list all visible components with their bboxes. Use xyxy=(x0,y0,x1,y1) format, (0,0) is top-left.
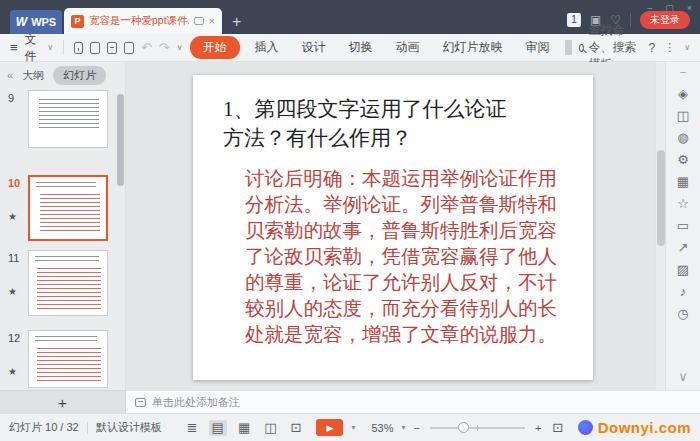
comment-bubble-icon[interactable] xyxy=(194,17,204,25)
ppt-file-icon: P xyxy=(71,15,84,28)
animation-star-icon[interactable]: ★ xyxy=(8,366,17,377)
tab-animations[interactable]: 动画 xyxy=(388,36,428,59)
panel-tabs: « 大纲 幻灯片 xyxy=(0,62,125,88)
tab-outline[interactable]: 大纲 xyxy=(22,68,44,83)
zoom-slider-thumb[interactable] xyxy=(458,422,469,433)
animation-star-icon[interactable]: ★ xyxy=(8,286,17,297)
zoom-in-button[interactable]: + xyxy=(535,422,541,434)
print-preview-icon[interactable] xyxy=(124,42,134,54)
thumbnail-row-10: 10 ★ xyxy=(0,175,125,241)
share-icon[interactable]: ↗ xyxy=(678,241,689,255)
slide-thumbnail-12[interactable] xyxy=(28,330,108,388)
save-icon[interactable] xyxy=(74,42,84,54)
reading-view-icon[interactable]: ◫ xyxy=(261,420,279,436)
new-tab-button[interactable]: + xyxy=(232,14,241,30)
timer-icon[interactable]: ◷ xyxy=(677,307,688,321)
material-tray-icon[interactable]: ▭ xyxy=(677,219,689,233)
chart-icon[interactable]: ▦ xyxy=(677,175,689,189)
file-menu[interactable]: 文件 xyxy=(25,31,41,65)
zoom-slider-tick xyxy=(477,425,478,431)
tab-design[interactable]: 设计 xyxy=(294,36,334,59)
document-tab[interactable]: P 宽容是一种爱ppt课件.pptx × xyxy=(64,8,222,34)
help-icon[interactable]: ? xyxy=(648,41,655,55)
tab-slides[interactable]: 幻灯片 xyxy=(53,66,106,85)
fit-screen-icon[interactable]: ⊡ xyxy=(549,420,566,436)
slide-number: 10 xyxy=(8,177,20,189)
ribbon-divider xyxy=(63,40,64,55)
kebab-menu-icon[interactable]: ⋮ xyxy=(664,41,675,54)
thumbnail-text-lines xyxy=(39,99,99,131)
ribbon-tab-scroll[interactable] xyxy=(565,40,572,55)
image-library-icon[interactable]: ▨ xyxy=(677,263,689,277)
slide-body-text[interactable]: 讨论后明确：本题运用举例论证作用 分析法。举例论证。列举普鲁斯特和 贝索勒的故事… xyxy=(245,166,583,348)
file-menu-caret-icon[interactable]: ∨ xyxy=(47,43,53,52)
notes-icon xyxy=(135,398,146,407)
play-options-caret-icon[interactable]: ▾ xyxy=(351,423,355,432)
current-slide[interactable]: 1、第四段文字运用了什么论证 方法？有什么作用？ 讨论后明确：本题运用举例论证作… xyxy=(193,75,593,380)
thumbnail-text-lines xyxy=(37,348,101,381)
tab-home[interactable]: 开始 xyxy=(190,36,240,59)
zoom-level[interactable]: 53% xyxy=(371,422,393,434)
thumbnail-title-lines xyxy=(36,182,96,190)
quickbar-more-icon[interactable]: ∨ xyxy=(177,43,183,52)
panel-handle-icon[interactable]: ‒ xyxy=(680,65,686,79)
hamburger-menu-icon[interactable]: ≡ xyxy=(10,40,18,55)
add-slide-plus-icon: + xyxy=(58,394,67,411)
slide-thumbnail-10-selected[interactable] xyxy=(28,175,108,241)
status-divider xyxy=(87,422,88,434)
status-bar: 幻灯片 10 / 32 默认设计模板 ≣ ▤ ▦ ◫ ⊡ ▶ ▾ 53% ▾ −… xyxy=(0,413,700,441)
slide-number: 11 xyxy=(8,252,19,264)
export-icon[interactable] xyxy=(90,42,100,54)
panel-collapse-icon[interactable]: « xyxy=(7,69,13,81)
slide-layout-icon[interactable]: ◫ xyxy=(677,109,689,123)
thumbnail-row-11: 11 ★ xyxy=(0,250,125,316)
notes-row: + 单击此处添加备注 xyxy=(0,390,700,413)
template-name[interactable]: 默认设计模板 xyxy=(96,420,162,435)
tab-insert[interactable]: 插入 xyxy=(247,36,287,59)
notes-bar[interactable]: 单击此处添加备注 xyxy=(126,390,700,413)
slide-number: 12 xyxy=(8,332,20,344)
slide-thumbnail-11[interactable] xyxy=(28,250,108,316)
slide-sorter-view-icon[interactable]: ▦ xyxy=(235,420,253,436)
shapes-icon[interactable]: ◍ xyxy=(677,131,688,145)
tab-slideshow[interactable]: 幻灯片放映 xyxy=(435,36,511,59)
play-slideshow-button[interactable]: ▶ xyxy=(316,419,343,436)
wps-logo-icon: W xyxy=(16,15,27,29)
tab-review[interactable]: 审阅 xyxy=(518,36,558,59)
zoom-slider[interactable] xyxy=(430,427,525,429)
zoom-out-button[interactable]: − xyxy=(413,422,419,434)
slide-number: 9 xyxy=(8,92,14,104)
slide-title-text[interactable]: 1、第四段文字运用了什么论证 方法？有什么作用？ xyxy=(223,95,568,153)
star-resource-icon[interactable]: ☆ xyxy=(677,197,689,211)
panel-scrollbar[interactable] xyxy=(117,94,124,186)
ribbon-collapse-icon[interactable]: ∨ xyxy=(684,43,690,52)
redo-icon[interactable]: ↷ xyxy=(159,40,170,55)
canvas-scrollbar-thumb[interactable] xyxy=(657,150,665,246)
thumbnail-row-9: 9 xyxy=(0,90,125,148)
undo-icon[interactable]: ↶ xyxy=(141,40,152,55)
thumbnail-title-lines xyxy=(35,336,97,344)
print-icon[interactable] xyxy=(107,42,117,54)
watermark-cluster: Downyi.com xyxy=(578,419,691,436)
canvas-scrollbar[interactable] xyxy=(655,62,665,390)
zoom-caret-icon[interactable]: ▾ xyxy=(401,423,405,432)
thumbnail-title-lines xyxy=(35,256,99,264)
object-settings-icon[interactable]: ⚙ xyxy=(677,153,689,167)
notes-placeholder: 单击此处添加备注 xyxy=(152,395,240,410)
slide-thumbnail-9[interactable] xyxy=(28,90,108,148)
right-toolbar: ‒ ◈ ◫ ◍ ⚙ ▦ ☆ ▭ ↗ ▨ ♪ ◷ ∨ xyxy=(665,62,700,390)
tab-transitions[interactable]: 切换 xyxy=(341,36,381,59)
notes-toggle-icon[interactable]: ≣ xyxy=(184,420,201,436)
thumbnail-text-lines xyxy=(37,268,101,310)
add-slide-button[interactable]: + xyxy=(0,390,126,413)
tab-close-icon[interactable]: × xyxy=(209,15,215,27)
slideshow-view-icon[interactable]: ⊡ xyxy=(288,420,305,436)
audio-icon[interactable]: ♪ xyxy=(680,285,687,299)
smart-beautify-icon[interactable]: ◈ xyxy=(678,87,688,101)
search-icon xyxy=(579,44,584,52)
animation-star-icon[interactable]: ★ xyxy=(8,211,17,222)
wps-label: WPS xyxy=(31,16,56,28)
toolbar-collapse-icon[interactable]: ∨ xyxy=(678,370,688,384)
normal-view-icon[interactable]: ▤ xyxy=(209,420,227,436)
main-area: « 大纲 幻灯片 9 10 ★ 11 ★ xyxy=(0,62,700,390)
